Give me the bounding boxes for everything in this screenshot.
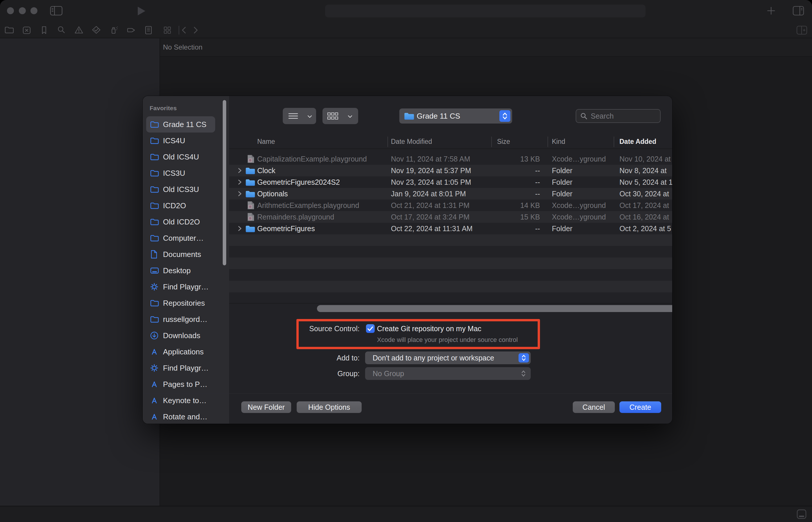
column-separator[interactable] — [614, 137, 614, 147]
empty-row — [229, 292, 672, 304]
new-folder-button[interactable]: New Folder — [241, 401, 291, 413]
bookmark-navigator-icon[interactable] — [39, 25, 49, 35]
group-view-button[interactable] — [323, 108, 356, 124]
group-view-icon — [327, 112, 339, 120]
file-row-remainders-playground[interactable]: Remainders.playgroundOct 17, 2024 at 3:2… — [229, 211, 672, 223]
empty-row — [229, 269, 672, 281]
sidebar-item-documents[interactable]: Documents — [146, 246, 215, 262]
sidebar-item-find-playgr[interactable]: Find Playgr… — [146, 360, 215, 376]
file-date-added: Nov 10, 2024 at — [620, 153, 672, 165]
file-date-modified: Oct 22, 2024 at 11:31 AM — [391, 223, 473, 234]
debug-navigator-icon[interactable] — [109, 25, 119, 35]
source-control-navigator-icon[interactable] — [22, 25, 32, 35]
folder-icon — [150, 185, 160, 194]
sidebar-item-rotate-and[interactable]: Rotate and… — [146, 408, 215, 424]
sidebar-item-pages-to-p[interactable]: Pages to P… — [146, 376, 215, 393]
report-navigator-icon[interactable] — [144, 25, 154, 35]
group-popup: No Group — [365, 367, 531, 380]
sidebar-item-grade-11-cs[interactable]: Grade 11 CS — [146, 116, 215, 133]
file-row-geometricfigures[interactable]: GeometricFiguresOct 22, 2024 at 11:31 AM… — [229, 223, 672, 234]
add-tab-icon[interactable] — [766, 5, 776, 16]
git-repository-checkbox[interactable] — [366, 324, 375, 333]
search-navigator-icon[interactable] — [57, 25, 66, 35]
sidebar-item-find-playgr[interactable]: Find Playgr… — [146, 279, 215, 295]
add-to-popup[interactable]: Don't add to any project or workspace — [365, 352, 531, 364]
sidebar-item-old-ics3u[interactable]: Old ICS3U — [146, 181, 215, 198]
file-kind: Folder — [552, 165, 572, 176]
toggle-inspector-icon[interactable] — [793, 6, 804, 16]
project-navigator-icon[interactable] — [4, 25, 14, 35]
desktop-icon — [150, 266, 160, 275]
close-button[interactable] — [7, 7, 14, 14]
column-separator[interactable] — [387, 137, 388, 147]
disclosure-chevron-icon[interactable] — [238, 191, 242, 197]
sidebar-item-desktop[interactable]: Desktop — [146, 262, 215, 279]
file-row-arithmeticexamples-playground[interactable]: ArithmeticExamples.playgroundOct 21, 202… — [229, 200, 672, 211]
file-date-modified: Oct 17, 2024 at 3:24 PM — [391, 211, 469, 223]
forward-history-icon[interactable] — [192, 26, 199, 34]
sidebar-item-icd2o[interactable]: ICD2O — [146, 198, 215, 214]
disclosure-chevron-icon[interactable] — [238, 168, 242, 174]
sidebar-item-ics3u[interactable]: ICS3U — [146, 165, 215, 181]
file-browser: Grade 11 CS Search NameDate ModifiedSize… — [229, 96, 672, 315]
appstore-icon — [150, 396, 160, 405]
zoom-button[interactable] — [31, 7, 37, 14]
sidebar-item-label: Computer… — [163, 234, 204, 243]
sidebar-item-keynote-to[interactable]: Keynote to… — [146, 393, 215, 408]
toggle-navigator-icon[interactable] — [50, 5, 63, 16]
sidebar-item-label: Applications — [163, 347, 204, 356]
breakpoint-navigator-icon[interactable] — [126, 25, 136, 35]
column-separator[interactable] — [548, 137, 548, 147]
horizontal-scrollbar[interactable] — [317, 305, 672, 312]
file-name: Optionals — [257, 188, 288, 200]
back-history-icon[interactable] — [180, 26, 188, 34]
empty-row — [229, 258, 672, 269]
file-kind: Folder — [552, 176, 572, 188]
sidebar-item-computer[interactable]: Computer… — [146, 230, 215, 246]
file-row-clock[interactable]: ClockNov 19, 2024 at 5:37 PM--FolderNov … — [229, 165, 672, 176]
sidebar-item-applications[interactable]: Applications — [146, 344, 215, 360]
popup-stepper-icon — [500, 110, 510, 122]
toggle-debug-area-icon[interactable] — [796, 509, 807, 520]
run-button-icon[interactable] — [138, 6, 146, 16]
sidebar-item-repositories[interactable]: Repositories — [146, 295, 215, 311]
playground-file-icon — [247, 213, 255, 221]
hide-options-button[interactable]: Hide Options — [297, 401, 362, 413]
column-header-kind[interactable]: Kind — [552, 135, 565, 148]
column-header-name[interactable]: Name — [257, 135, 275, 148]
sidebar-item-russellgord[interactable]: russellgord… — [146, 311, 215, 327]
create-button[interactable]: Create — [620, 401, 661, 413]
file-row-optionals[interactable]: OptionalsJan 9, 2024 at 8:01 PM--FolderO… — [229, 188, 672, 200]
sidebar-scrollbar[interactable] — [223, 100, 226, 265]
column-separator[interactable] — [491, 137, 492, 147]
sidebar-item-label: Old ICD2O — [163, 218, 200, 226]
disclosure-chevron-icon[interactable] — [238, 179, 242, 185]
sidebar-item-label: Rotate and… — [163, 413, 207, 421]
minimize-button[interactable] — [19, 7, 26, 14]
file-kind: Folder — [552, 223, 572, 234]
sidebar-item-old-icd2o[interactable]: Old ICD2O — [146, 214, 215, 230]
chevron-down-icon — [307, 115, 312, 118]
disclosure-chevron-icon[interactable] — [238, 226, 242, 232]
create-playground-sheet: Favorites Grade 11 CSICS4UOld ICS4UICS3U… — [143, 96, 672, 424]
add-editor-icon[interactable] — [796, 25, 808, 35]
file-row-capitalizationexample-playground[interactable]: CapitalizationExample.playgroundNov 11, … — [229, 153, 672, 165]
column-header-date-modified[interactable]: Date Modified — [391, 135, 432, 148]
cancel-button[interactable]: Cancel — [573, 401, 615, 413]
file-row-geometricfigures2024s2[interactable]: GeometricFigures2024S2Nov 23, 2024 at 1:… — [229, 176, 672, 188]
column-header-date-added[interactable]: Date Added — [620, 135, 656, 148]
editor-grid-icon[interactable] — [162, 25, 172, 35]
issue-navigator-icon[interactable] — [74, 25, 84, 35]
search-field[interactable]: Search — [576, 109, 661, 123]
download-icon — [150, 331, 160, 340]
sidebar-item-old-ics4u[interactable]: Old ICS4U — [146, 149, 215, 165]
list-view-button[interactable] — [283, 108, 316, 124]
test-navigator-icon[interactable] — [92, 25, 101, 35]
folder-icon — [245, 190, 255, 198]
activity-view — [325, 5, 646, 17]
sidebar-item-downloads[interactable]: Downloads — [146, 327, 215, 344]
sidebar-item-label: Keynote to… — [163, 396, 206, 405]
column-header-size[interactable]: Size — [497, 135, 510, 148]
sidebar-item-ics4u[interactable]: ICS4U — [146, 133, 215, 149]
current-folder-popup[interactable]: Grade 11 CS — [399, 108, 512, 123]
